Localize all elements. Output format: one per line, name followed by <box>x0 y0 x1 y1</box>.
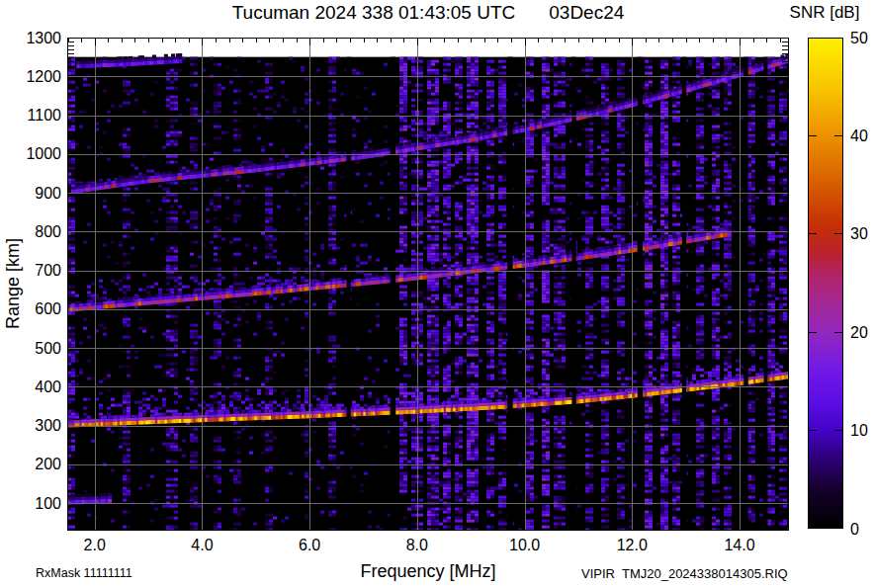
y-tick-label: 500 <box>0 339 61 358</box>
plot-date: 03Dec24 <box>549 2 624 24</box>
colorbar-tick-label: 50 <box>850 29 874 47</box>
y-tick-label: 300 <box>0 416 61 435</box>
colorbar-tick-label: 30 <box>850 224 874 243</box>
x-tick-label: 8.0 <box>386 537 449 554</box>
colorbar-tick-label: 20 <box>850 323 874 342</box>
plot-title: Tucuman 2024 338 01:43:05 UTC <box>232 2 516 24</box>
rxmask-label: RxMask 11111111 <box>36 566 132 580</box>
x-tick-label: 12.0 <box>600 537 663 554</box>
x-tick-label: 6.0 <box>278 537 341 554</box>
y-tick-label: 400 <box>0 378 61 396</box>
x-tick-label: 4.0 <box>170 537 233 554</box>
colorbar-tick-label: 10 <box>850 421 874 440</box>
y-tick-label: 1200 <box>0 67 61 86</box>
y-tick-label: 1300 <box>0 29 61 47</box>
colorbar-tick-label: 0 <box>850 520 874 539</box>
colorbar-tick-label: 40 <box>850 126 874 145</box>
y-axis-label: Range [km] <box>3 238 24 329</box>
ionogram-figure: Tucuman 2024 338 01:43:05 UTC 03Dec24 SN… <box>0 0 874 588</box>
x-tick-label: 10.0 <box>493 537 557 554</box>
filename-label: VIPIR TMJ20_2024338014305.RIQ <box>581 566 788 581</box>
y-tick-label: 1000 <box>0 144 61 163</box>
ionogram-plot-canvas <box>67 38 789 531</box>
x-tick-label: 14.0 <box>708 537 771 554</box>
y-tick-label: 200 <box>0 455 61 473</box>
colorbar-canvas <box>808 38 843 529</box>
x-tick-label: 2.0 <box>63 537 127 554</box>
y-tick-label: 1100 <box>0 106 61 125</box>
title-row: Tucuman 2024 338 01:43:05 UTC 03Dec24 <box>67 2 789 24</box>
y-tick-label: 900 <box>0 184 61 203</box>
y-tick-label: 100 <box>0 494 61 513</box>
colorbar-title: SNR [dB] <box>779 3 870 23</box>
